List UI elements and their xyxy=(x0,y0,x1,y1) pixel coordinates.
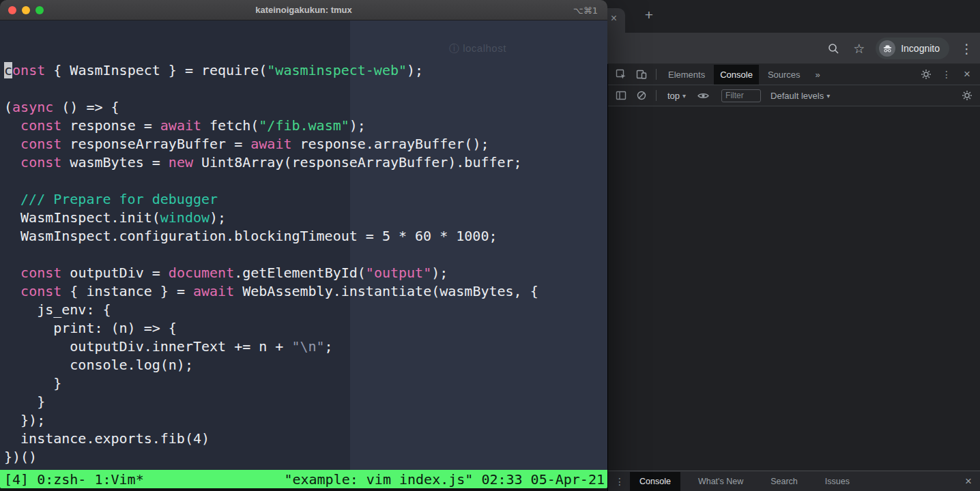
vim-code: const { WasmInspect } = require("wasmins… xyxy=(4,61,607,466)
live-expression-eye-icon[interactable] xyxy=(694,87,712,104)
tab-elements[interactable]: Elements xyxy=(662,65,711,85)
drawer-close-icon[interactable]: × xyxy=(960,475,977,488)
code-line xyxy=(4,80,607,98)
code-line: const { WasmInspect } = require("wasmins… xyxy=(4,61,607,80)
devtools-settings-gear-icon[interactable] xyxy=(917,66,935,83)
clear-console-icon[interactable] xyxy=(633,87,650,104)
inspect-element-icon[interactable] xyxy=(612,66,630,83)
code-line xyxy=(4,172,607,190)
tab-sources[interactable]: Sources xyxy=(762,65,807,85)
console-messages-area[interactable] xyxy=(608,106,980,471)
code-line: const responseArrayBuffer = await respon… xyxy=(4,135,607,153)
incognito-label: Incognito xyxy=(901,43,940,54)
code-line: const wasmBytes = new Uint8Array(respons… xyxy=(4,153,607,172)
tmux-windows-list: [4] 0:zsh- 1:Vim* xyxy=(4,471,144,488)
more-panels-button[interactable]: » xyxy=(809,65,826,85)
code-line: const outputDiv = document.getElementByI… xyxy=(4,264,607,282)
screen: × + ☆ Incognito ⋮ xyxy=(0,0,980,491)
log-levels-dropdown[interactable]: Default levels ▾ xyxy=(764,91,837,101)
tab-console[interactable]: Console xyxy=(714,65,759,85)
code-line: })() xyxy=(4,448,607,466)
code-line: WasmInspect.configuration.blockingTimeou… xyxy=(4,227,607,246)
terminal-titlebar[interactable]: kateinoigakukun: tmux ⌥⌘1 xyxy=(0,0,607,20)
tmux-session-info: "example: vim index.js" 02:33 05-Apr-21 xyxy=(284,471,605,488)
tab-close-icon[interactable]: × xyxy=(611,13,617,24)
window-controls xyxy=(8,0,44,20)
divider xyxy=(656,69,657,80)
devtools-menu-icon[interactable]: ⋮ xyxy=(938,69,955,80)
code-line: const { instance } = await WebAssembly.i… xyxy=(4,282,607,301)
zoom-window-icon[interactable] xyxy=(35,6,44,14)
console-sidebar-icon[interactable] xyxy=(612,87,630,104)
code-line: /// Prepare for debugger xyxy=(4,190,607,209)
code-line: outputDiv.innerText += n + "\n"; xyxy=(4,338,607,356)
context-selector-value: top xyxy=(667,91,680,101)
code-line: WasmInspect.init(window); xyxy=(4,209,607,227)
toolbar-right-cluster: ☆ Incognito ⋮ xyxy=(824,33,973,64)
incognito-icon xyxy=(879,40,895,57)
code-line: } xyxy=(4,374,607,393)
browser-menu-icon[interactable]: ⋮ xyxy=(960,42,973,55)
terminal-window: kateinoigakukun: tmux ⌥⌘1 const { WasmIn… xyxy=(0,0,607,488)
close-window-icon[interactable] xyxy=(8,6,16,14)
code-line: instance.exports.fib(4) xyxy=(4,430,607,448)
devtools-panel: Elements Console Sources » ⋮ × xyxy=(607,64,980,491)
drawer-tab-console[interactable]: Console xyxy=(630,472,680,491)
terminal-window-shortcut: ⌥⌘1 xyxy=(573,0,598,20)
code-line: print: (n) => { xyxy=(4,319,607,338)
new-tab-button[interactable]: + xyxy=(640,8,658,25)
drawer-tab-search[interactable]: Search xyxy=(761,472,807,491)
log-levels-value: Default levels xyxy=(770,91,824,101)
code-line: console.log(n); xyxy=(4,356,607,374)
incognito-badge[interactable]: Incognito xyxy=(876,38,949,59)
device-toolbar-icon[interactable] xyxy=(633,66,650,83)
code-line: const response = await fetch("/fib.wasm"… xyxy=(4,117,607,135)
bookmark-star-icon[interactable]: ☆ xyxy=(853,42,865,55)
minimize-window-icon[interactable] xyxy=(22,6,30,14)
devtools-drawer: ⋮ Console What's New Search Issues × xyxy=(608,471,980,491)
vim-editor[interactable]: const { WasmInspect } = require("wasmins… xyxy=(0,20,607,470)
chevron-down-icon: ▾ xyxy=(682,92,686,100)
code-line: } xyxy=(4,393,607,411)
context-selector[interactable]: top ▾ xyxy=(662,91,691,101)
chevron-down-icon: ▾ xyxy=(826,92,830,100)
drawer-menu-icon[interactable]: ⋮ xyxy=(611,476,629,487)
devtools-close-icon[interactable]: × xyxy=(958,68,976,81)
code-line: }); xyxy=(4,411,607,430)
terminal-window-title: kateinoigakukun: tmux xyxy=(0,5,607,15)
divider xyxy=(656,90,657,101)
search-icon[interactable] xyxy=(824,40,842,57)
drawer-tab-whats-new[interactable]: What's New xyxy=(689,472,753,491)
console-settings-gear-icon[interactable] xyxy=(958,87,976,104)
console-toolbar: top ▾ Default levels ▾ xyxy=(608,85,980,106)
code-line: (async () => { xyxy=(4,98,607,117)
drawer-tab-issues[interactable]: Issues xyxy=(816,472,859,491)
code-line xyxy=(4,246,607,264)
code-line: js_env: { xyxy=(4,301,607,319)
tmux-status-bar: [4] 0:zsh- 1:Vim* "example: vim index.js… xyxy=(0,470,607,488)
filter-input[interactable] xyxy=(721,89,761,102)
devtools-tab-bar: Elements Console Sources » ⋮ × xyxy=(608,64,980,85)
